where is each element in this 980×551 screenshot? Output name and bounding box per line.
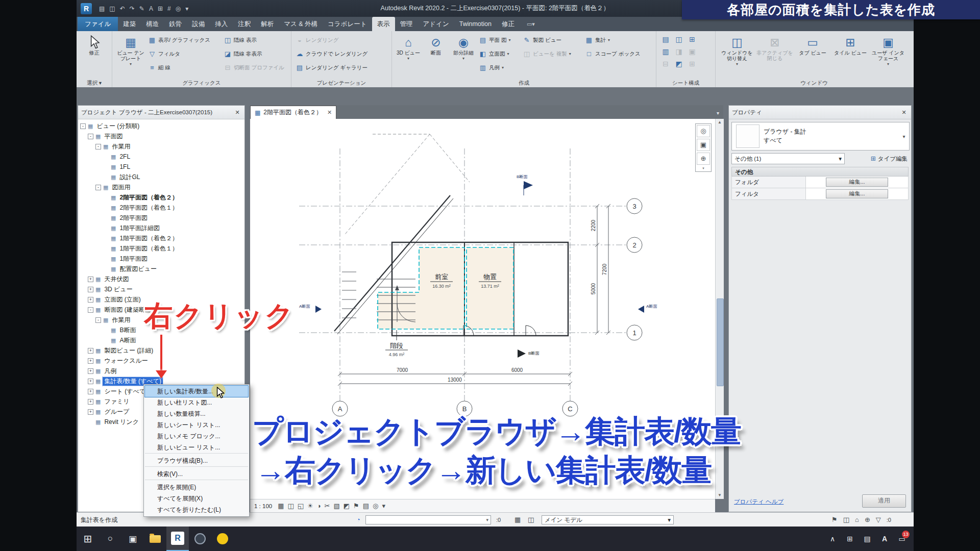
view-control-icon[interactable]: ◱ [298,502,304,510]
close-icon[interactable]: ✕ [900,109,908,116]
context-menu-item[interactable]: 新しいシート リスト... [145,419,248,431]
ribbon-tab[interactable]: Twinmotion [454,17,497,31]
quick-access-icon[interactable]: ↷ [130,5,135,12]
tree-item[interactable]: ▦ 2階平面図 [78,213,244,223]
ribbon-small-button[interactable]: ◫ 隠線 表示 [222,33,288,47]
view-control-icon[interactable]: ▾ [382,502,385,510]
panel-label-select[interactable]: 選択 ▾ [77,80,112,87]
tree-item[interactable]: ▦ 1階平面図（着色１） [78,243,244,254]
ribbon-small-button[interactable]: ◫ ビューを 複製 ▾ [521,47,583,61]
context-menu-item[interactable]: ブラウザ構成(B)... [145,455,248,467]
ribbon-display-options-icon[interactable]: ▭▾ [527,17,535,31]
ribbon-tab[interactable]: 管理 [395,17,418,31]
context-menu-item[interactable]: 検索(V)... [145,468,248,480]
tree-expand-toggle[interactable]: - [95,144,101,149]
view-list-caret-icon[interactable]: ▾ [717,110,719,116]
apply-button[interactable]: 適用 [862,494,906,508]
ime-mode[interactable]: A [877,527,892,551]
ribbon-big-button[interactable]: ⊞ タイル ビュー [831,33,869,76]
quick-access-icon[interactable]: ◫ [109,5,115,12]
ribbon-tab[interactable]: マス & 外構 [279,17,323,31]
tree-expand-toggle[interactable]: + [88,358,93,364]
quick-access-icon[interactable]: A [149,5,153,12]
ribbon-small-button[interactable]: ◪ 隠線 非表示 [222,47,288,61]
ribbon-tab[interactable]: アドイン [418,17,454,31]
context-menu-item[interactable]: 選択を展開(E) [145,482,248,493]
tray-icon[interactable]: ⊞ [842,527,857,551]
tree-expand-toggle[interactable]: + [88,368,93,374]
taskbar-revit-icon[interactable]: R [166,527,189,551]
context-menu-item[interactable]: 新しい数量積算... [145,408,248,419]
view-tab-active[interactable]: ▦ 2階平面図（着色２） ✕ [250,106,336,119]
view-control-icon[interactable]: ◫ [287,502,293,510]
tree-item[interactable]: - ▦ ビュー (分類順) [78,121,244,131]
properties-header[interactable]: プロパティ ✕ [729,106,911,119]
ribbon-small-button[interactable]: ▽ フィルタ [146,47,222,61]
tree-item[interactable]: ▦ 2FL [78,152,244,162]
context-menu-item[interactable]: すべてを折りたたむ(L) [145,504,248,515]
status-filter-icon[interactable]: ◫ [843,513,849,527]
context-menu-item[interactable]: 新しい柱リスト図... [145,397,248,408]
ribbon-big-button[interactable]: ▭ タブ ビュー [794,33,831,76]
close-icon[interactable]: ✕ [233,109,241,116]
ribbon-small-button[interactable]: ▥ 凡例 ▾ [477,61,521,74]
tree-item[interactable]: - ▦ 作業用 [78,141,244,152]
view-control-icon[interactable]: ▧ [333,502,339,510]
ribbon-small-button[interactable]: ⊟ 切断面 プロファイル [222,61,288,74]
scrollbar-thumb[interactable] [717,298,724,386]
ribbon-small-button[interactable]: ◧ 立面図 ▾ [477,47,521,61]
quick-access-icon[interactable]: # [167,5,171,12]
ribbon-tab[interactable]: コラボレート [323,17,372,31]
taskbar-app2-icon[interactable] [211,527,234,551]
view-control-icon[interactable]: ▦ [278,502,284,510]
quick-access-icon[interactable]: ▤ [99,5,105,12]
tree-expand-toggle[interactable]: - [88,307,93,313]
ribbon-small-button[interactable]: ☁ クラウドで レンダリング [294,47,389,61]
revit-logo-icon[interactable]: R [81,3,92,14]
ribbon-small-button[interactable]: ◒ レンダリング [294,33,389,47]
tree-item[interactable]: + ▦ 3D ビュー [78,284,244,294]
context-menu-item[interactable]: 新しいメモ ブロック... [145,431,248,442]
tree-expand-toggle[interactable]: - [88,134,93,139]
status-icon[interactable]: ▦ [514,513,521,527]
tree-item[interactable]: - ▦ 図面用 [78,182,244,192]
tree-expand-toggle[interactable]: + [88,297,93,303]
sheet-tool-icon[interactable]: ◩ [672,58,685,70]
tab-file[interactable]: ファイル [78,17,118,31]
design-option-combo[interactable]: メイン モデル ▾ [542,515,674,524]
edit-button[interactable]: 編集... [826,178,888,187]
task-view-icon[interactable]: ▣ [121,527,144,551]
tree-item[interactable]: ▦ 1階平面図（着色２） [78,233,244,243]
status-filter-icon[interactable]: ⚑ [831,513,838,527]
status-filter-icon[interactable]: ▽ [876,513,881,527]
nav-tool-icon[interactable]: ⊕ [697,153,710,165]
project-browser-header[interactable]: プロジェクト ブラウザ - 二上Exercise0307(2015) ✕ [78,106,244,119]
ribbon-big-button[interactable]: ⌂ 3D ビュー ▾ [395,33,422,76]
ribbon-small-button[interactable]: ▤ 平面 図 ▾ [477,33,521,47]
view-scale[interactable]: 1 : 100 [254,503,272,509]
floor-plan-drawing[interactable]: 前室 16.30 m² 物置 13.71 m² 階段 4.96 m² 7000 … [250,119,715,499]
scroll-up-icon[interactable]: ▲ [716,119,724,126]
chevron-down-icon[interactable]: ▾ [899,134,909,139]
tree-expand-toggle[interactable]: + [88,287,93,292]
ribbon-small-button[interactable]: □ スコープ ボックス [583,47,648,61]
type-selector[interactable]: ブラウザ - 集計 すべて ▾ [731,122,910,151]
sheet-tool-icon[interactable]: ▣ [685,45,699,58]
tree-item[interactable]: ▦ 1階平面詳細図 [78,223,244,233]
view-control-icon[interactable]: ✂ [325,502,330,510]
taskbar-app-icon[interactable] [189,527,211,551]
edit-button[interactable]: 編集... [826,189,888,198]
view-control-icon[interactable]: ◎ [373,502,378,510]
tree-expand-toggle[interactable]: + [88,348,93,354]
sheet-tool-icon[interactable]: ◨ [672,45,685,58]
quick-access-icon[interactable]: ◎ [176,5,181,12]
close-view-icon[interactable]: ✕ [327,109,332,116]
ribbon-tab[interactable]: 表示 [372,17,395,31]
ribbon-small-button[interactable]: ▤ レンダリング ギャラリー [294,61,389,74]
tree-item[interactable]: ▦ 設計GL [78,172,244,182]
view-control-icon[interactable]: ◩ [344,502,350,510]
tree-item[interactable]: - ▦ 平面図 [78,131,244,141]
ribbon-big-button[interactable]: ◉ 部分詳細 ▾ [450,33,477,76]
tree-item[interactable]: - ▦ 作業用 [78,315,244,325]
ribbon-tab[interactable]: 建築 [118,17,141,31]
